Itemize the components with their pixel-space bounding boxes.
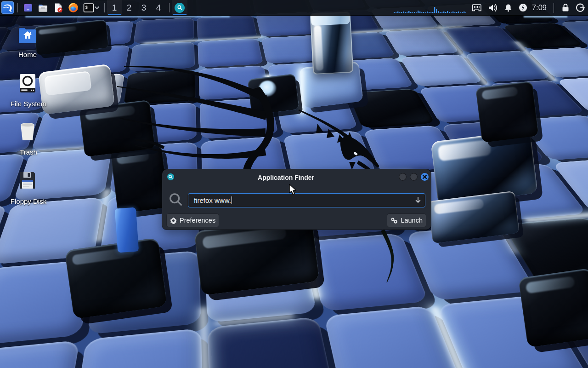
svg-text:$_: $_ <box>85 6 90 10</box>
